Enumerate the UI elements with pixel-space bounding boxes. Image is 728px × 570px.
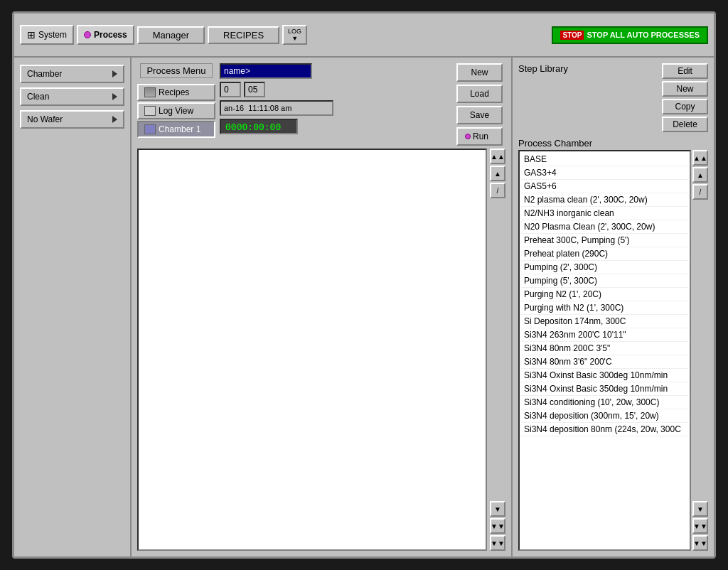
step-list-item[interactable]: N2/NH3 inorganic clean [521, 207, 688, 220]
clean-button[interactable]: Clean [20, 87, 124, 106]
system-button[interactable]: ⊞ System [20, 25, 74, 45]
step-list-item[interactable]: Si3N4 263nm 200'C 10'11" [521, 328, 688, 342]
run-action-button[interactable]: Run [456, 127, 503, 146]
logview-icon [144, 106, 156, 116]
nowafer-arrow-icon [112, 116, 117, 123]
step-list-item[interactable]: Preheat platen (290C) [521, 247, 688, 261]
delete-step-button[interactable]: Delete [662, 117, 708, 132]
process-menu-title: Process Menu [140, 63, 212, 78]
manager-label: Manager [153, 30, 189, 41]
chamber-button[interactable]: Chamber [20, 65, 124, 83]
scroll-top-button[interactable]: ▲ [490, 166, 505, 181]
step-library-title: Step Library [518, 63, 568, 74]
step-list-item[interactable]: BASE [521, 153, 688, 166]
nowafer-button[interactable]: No Wafer [20, 110, 124, 129]
stop-all-button[interactable]: STOP STOP ALL AUTO PROCESSES [552, 26, 708, 44]
step-scroll-top-top-button[interactable]: ▲▲ [692, 150, 708, 166]
left-sidebar: Chamber Clean No Wafer [14, 58, 132, 556]
chamber1-nav-label: Chamber 1 [159, 124, 200, 134]
save-action-button[interactable]: Save [456, 106, 503, 124]
step-list-item[interactable]: Si3N4 deposition (300nm, 15', 20w) [521, 409, 688, 423]
recipe-area: ▲▲ ▲ / ▼ ▼▼ ▼▼ [137, 149, 505, 551]
chamber1-icon [144, 124, 156, 134]
step-library-header: Step Library Edit New Copy Delete [518, 63, 708, 132]
system-icon: ⊞ [27, 29, 36, 41]
clean-arrow-icon [112, 93, 117, 100]
step-list-item[interactable]: N2 plasma clean (2', 300C, 20w) [521, 193, 688, 207]
step-scroll-down-button[interactable]: ▼ [692, 501, 708, 517]
main-content: Chamber Clean No Wafer Process Menu [14, 58, 714, 556]
scroll-bottom-bottom-button[interactable]: ▼▼ [490, 535, 505, 551]
field2-input[interactable] [244, 82, 265, 97]
step-list-item[interactable]: Si3N4 80nm 200C 3'5" [521, 342, 688, 355]
step-list-item[interactable]: Si3N4 deposition 80nm (224s, 20w, 300C [521, 423, 688, 436]
step-list-item[interactable]: Si3N4 80nm 3'6" 200'C [521, 355, 688, 369]
step-scroll-bottom-bottom-button[interactable]: ▼▼ [692, 535, 708, 551]
chamber-arrow-icon [112, 70, 117, 77]
tab-manager[interactable]: Manager [137, 26, 205, 44]
step-scroll-top-button[interactable]: ▲ [692, 167, 708, 183]
left-nav-section: Process Menu Recipes Log View Chamber 1 [137, 63, 215, 138]
load-action-button[interactable]: Load [456, 85, 503, 103]
step-list-item[interactable]: GAS3+4 [521, 166, 688, 180]
center-scrollbar: ▲▲ ▲ / ▼ ▼▼ ▼▼ [490, 149, 505, 551]
edit-step-button[interactable]: Edit [662, 63, 708, 79]
scroll-bottom-button[interactable]: ▼▼ [490, 518, 505, 534]
step-list-item[interactable]: Si Depositon 174nm, 300C [521, 315, 688, 328]
log-label: LOG [288, 28, 301, 35]
step-scroll-bottom-button[interactable]: ▼▼ [692, 518, 708, 534]
scroll-down-button[interactable]: ▼ [490, 501, 505, 517]
run-label: Run [473, 131, 488, 141]
recipe-list[interactable] [137, 149, 487, 551]
scroll-up-button[interactable]: / [490, 183, 505, 198]
step-list-item[interactable]: Si3N4 conditioning (10', 20w, 300C) [521, 396, 688, 409]
process-button[interactable]: Process [77, 25, 134, 45]
copy-step-button[interactable]: Copy [662, 99, 708, 114]
run-dot-icon [465, 134, 471, 139]
right-panel: Step Library Edit New Copy Delete Proces… [511, 58, 714, 556]
center-panel: Process Menu Recipes Log View Chamber 1 [132, 58, 511, 556]
step-list-item[interactable]: Si3N4 Oxinst Basic 300deg 10nm/min [521, 369, 688, 382]
step-list-item[interactable]: GAS5+6 [521, 180, 688, 193]
date-input[interactable] [220, 100, 333, 116]
process-dot-icon [84, 31, 91, 38]
logview-nav-label: Log View [159, 106, 193, 116]
process-label: Process [94, 30, 127, 40]
step-list-item[interactable]: Purging N2 (1', 20C) [521, 288, 688, 301]
recipes-nav-item[interactable]: Recipes [137, 84, 215, 101]
step-list-scrollbar: ▲▲ ▲ / ▼ ▼▼ ▼▼ [692, 150, 708, 551]
new-action-button[interactable]: New [456, 63, 503, 82]
chamber-label: Chamber [27, 69, 62, 79]
step-list-item[interactable]: Pumping (5', 300C) [521, 274, 688, 288]
step-list[interactable]: BASEGAS3+4GAS5+6N2 plasma clean (2', 300… [518, 150, 691, 551]
log-button[interactable]: LOG ▼ [282, 25, 307, 45]
system-label: System [38, 30, 67, 40]
action-buttons: New Load Save Run [454, 63, 505, 146]
stop-icon: STOP [560, 31, 584, 40]
timer-display: 0000:00:00 [220, 119, 298, 134]
step-list-item[interactable]: N20 Plasma Clean (2', 300C, 20w) [521, 220, 688, 234]
scroll-top-top-button[interactable]: ▲▲ [490, 149, 505, 164]
clean-label: Clean [27, 92, 49, 102]
step-list-item[interactable]: Pumping (2', 300C) [521, 261, 688, 274]
name-input[interactable] [220, 63, 312, 79]
top-bar: ⊞ System Process Manager RECIPES LOG ▼ S… [14, 14, 714, 58]
step-list-item[interactable]: Purging with N2 (1', 300C) [521, 301, 688, 315]
step-list-item[interactable]: Preheat 300C, Pumping (5') [521, 234, 688, 247]
process-chamber-label: Process Chamber [518, 138, 708, 149]
logview-nav-item[interactable]: Log View [137, 102, 215, 119]
step-scroll-slash-button[interactable]: / [692, 184, 708, 200]
step-list-container: BASEGAS3+4GAS5+6N2 plasma clean (2', 300… [518, 150, 708, 551]
recipes-label: RECIPES [223, 30, 264, 41]
step-list-item[interactable]: Si3N4 Oxinst Basic 350deg 10nm/min [521, 382, 688, 396]
name-row [220, 63, 449, 79]
chamber1-nav-item[interactable]: Chamber 1 [137, 121, 215, 138]
nowafer-label: No Wafer [27, 114, 63, 124]
tab-recipes[interactable]: RECIPES [208, 26, 279, 44]
new-step-button[interactable]: New [662, 81, 708, 97]
stop-label: STOP ALL AUTO PROCESSES [587, 31, 700, 39]
step-library-buttons: Edit New Copy Delete [662, 63, 708, 132]
field1-input[interactable] [220, 82, 241, 97]
fields-row [220, 82, 449, 97]
date-row [220, 100, 449, 116]
